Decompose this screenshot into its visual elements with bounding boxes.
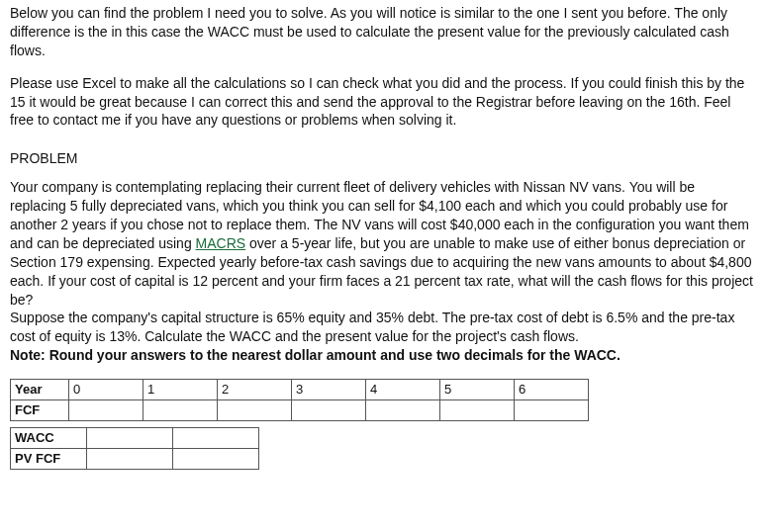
pvfcf-row-label: PV FCF: [11, 449, 87, 470]
fcf-cell[interactable]: [440, 400, 515, 421]
problem-note: Note: Round your answers to the nearest …: [10, 347, 621, 363]
table-row: PV FCF: [11, 449, 259, 470]
problem-paragraph-1: Your company is contemplating replacing …: [10, 178, 754, 365]
year-fcf-table: Year 0 1 2 3 4 5 6 FCF: [10, 379, 589, 421]
intro-paragraph-2: Please use Excel to make all the calcula…: [10, 74, 754, 131]
macrs-link[interactable]: MACRS: [196, 235, 246, 251]
table-row: FCF: [11, 400, 589, 421]
problem-paragraph-2: Suppose the company's capital structure …: [10, 310, 734, 344]
wacc-cell[interactable]: [87, 428, 173, 449]
fcf-cell[interactable]: [143, 400, 218, 421]
wacc-cell[interactable]: [173, 428, 259, 449]
problem-heading: PROBLEM: [10, 149, 754, 168]
year-header-3: 3: [292, 380, 366, 400]
wacc-pv-table: WACC PV FCF: [10, 427, 259, 470]
year-header-1: 1: [143, 380, 218, 400]
fcf-cell[interactable]: [292, 400, 366, 421]
fcf-cell[interactable]: [218, 400, 292, 421]
table-row: WACC: [11, 428, 259, 449]
year-header-0: 0: [69, 380, 143, 400]
fcf-cell[interactable]: [366, 400, 440, 421]
table-row: Year 0 1 2 3 4 5 6: [11, 380, 589, 400]
pvfcf-cell[interactable]: [173, 449, 259, 470]
year-row-label: Year: [11, 380, 69, 400]
year-header-4: 4: [366, 380, 440, 400]
fcf-cell[interactable]: [69, 400, 143, 421]
year-header-5: 5: [440, 380, 515, 400]
pvfcf-cell[interactable]: [87, 449, 173, 470]
year-header-6: 6: [515, 380, 589, 400]
wacc-row-label: WACC: [11, 428, 87, 449]
intro-paragraph-1: Below you can find the problem I need yo…: [10, 4, 754, 60]
year-header-2: 2: [218, 380, 292, 400]
fcf-row-label: FCF: [11, 400, 69, 421]
fcf-cell[interactable]: [515, 400, 589, 421]
